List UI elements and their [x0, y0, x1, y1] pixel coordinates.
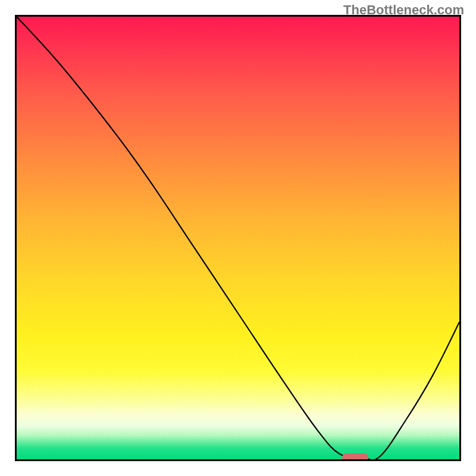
target-marker — [342, 453, 369, 461]
chart-svg — [17, 17, 459, 459]
chart-curve — [17, 17, 459, 459]
plot-area — [15, 15, 461, 461]
chart-container: TheBottleneck.com — [0, 0, 476, 476]
